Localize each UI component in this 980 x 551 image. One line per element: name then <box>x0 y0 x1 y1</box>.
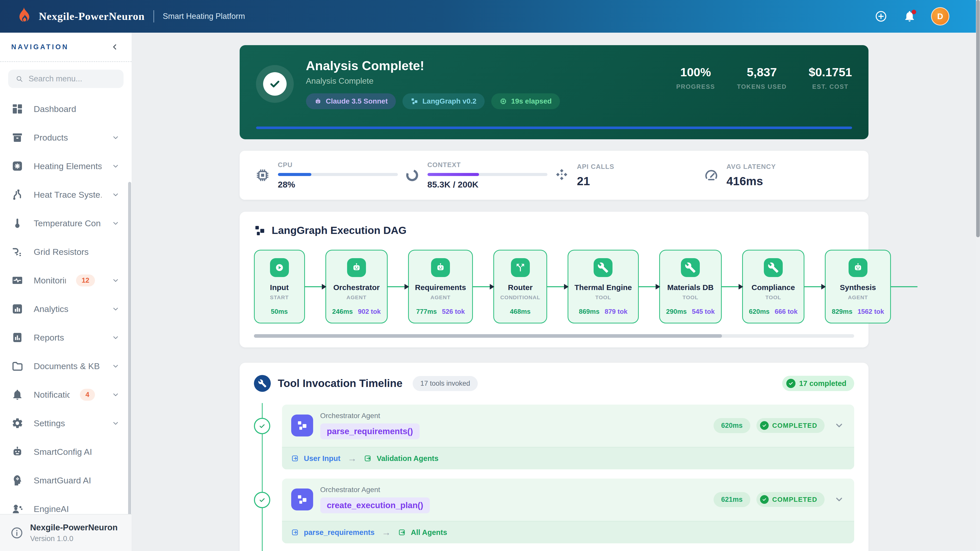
monitoring-icon <box>11 274 24 286</box>
dag-node-materials-db[interactable]: Materials DB TOOL 290ms545 tok <box>659 250 722 324</box>
sidebar-item-notifications[interactable]: Notifications 4 <box>0 380 132 409</box>
sidebar-item-heating-elements[interactable]: Heating Elements <box>0 152 132 180</box>
brand-subtitle: Smart Heating Platform <box>163 12 245 21</box>
sidebar-scrollbar[interactable] <box>128 182 131 514</box>
sidebar-item-heat-trace-systems[interactable]: Heat Trace Syste... <box>0 180 132 209</box>
sidebar-search[interactable] <box>8 70 124 88</box>
chevron-down-icon[interactable] <box>834 421 844 430</box>
chevron-down-icon <box>112 391 119 399</box>
input-box-icon <box>291 454 299 462</box>
avatar[interactable]: D <box>931 7 950 25</box>
sidebar-item-smartguard-ai[interactable]: SmartGuard AI <box>0 466 132 495</box>
gear-icon <box>11 417 24 429</box>
chevron-down-icon <box>112 191 119 198</box>
sidebar-item-reports[interactable]: Reports <box>0 323 132 352</box>
entry-check-icon <box>254 492 270 508</box>
banner-progress-bar <box>256 127 852 129</box>
search-input[interactable] <box>29 74 116 83</box>
dag-arrow <box>547 286 568 287</box>
resistor-icon <box>11 246 24 258</box>
chevron-down-icon[interactable] <box>834 495 844 504</box>
sidebar-item-engineai[interactable]: EngineAI <box>0 495 132 514</box>
cpu-bar <box>278 173 398 176</box>
sidebar-item-products[interactable]: Products <box>0 123 132 152</box>
dag-arrow <box>388 286 408 287</box>
box-icon <box>11 131 24 144</box>
footer-app-name: Nexgile-PowerNeuron <box>30 523 118 532</box>
dag-horizontal-scrollbar[interactable] <box>254 334 854 338</box>
chevron-down-icon <box>112 305 119 313</box>
entry-agent: Orchestrator Agent <box>320 412 420 420</box>
dag-card: LangGraph Execution DAG Input START 50ms <box>240 212 869 348</box>
sidebar-item-documents-kb[interactable]: Documents & KB <box>0 352 132 380</box>
sidebar-item-monitoring[interactable]: Monitoring 12 <box>0 266 132 295</box>
elapsed-badge: 19s elapsed <box>491 94 560 109</box>
robot-icon <box>11 446 24 458</box>
dag-node-requirements[interactable]: Requirements AGENT 777ms526 tok <box>408 250 473 324</box>
dag-arrow <box>639 286 659 287</box>
sidebar-item-grid-resistors[interactable]: Grid Resistors <box>0 238 132 266</box>
chevron-down-icon <box>112 134 119 141</box>
dag-node-synthesis[interactable]: Synthesis AGENT 829ms1562 tok <box>825 250 891 324</box>
sidebar-item-temperature-controllers[interactable]: Temperature Con... <box>0 209 132 238</box>
chevron-left-icon <box>110 43 119 51</box>
timeline-title: Tool Invocation Timeline <box>278 377 403 389</box>
entry-flow: parse_requirements → All Agents <box>282 521 854 543</box>
app-window: Nexgile-PowerNeuron Smart Heating Platfo… <box>0 0 980 551</box>
entry-function: create_execution_plan() <box>320 497 430 513</box>
notification-dot <box>912 10 916 14</box>
framework-badge: LangGraph v0.2 <box>402 94 485 109</box>
robot-icon <box>431 258 450 277</box>
dag-arrow <box>473 286 493 287</box>
check-icon <box>786 379 795 388</box>
sidebar-footer: Nexgile-PowerNeuron Version 1.0.0 <box>0 514 132 551</box>
dag-node-orchestrator[interactable]: Orchestrator AGENT 246ms902 tok <box>325 250 388 324</box>
banner-subtitle: Analysis Complete <box>306 76 560 86</box>
footer-version: Version 1.0.0 <box>30 534 118 543</box>
dag-node-input[interactable]: Input START 50ms <box>254 250 305 324</box>
chevron-down-icon <box>112 419 119 427</box>
fork-icon <box>511 258 530 277</box>
chevron-down-icon <box>112 362 119 370</box>
reports-icon <box>11 331 24 344</box>
entry-agent: Orchestrator Agent <box>320 486 430 494</box>
notifications-button[interactable] <box>902 9 917 24</box>
dag-graph[interactable]: Input START 50ms Orchestrator AGENT 246m… <box>254 250 918 324</box>
entry-card[interactable]: Orchestrator Agent create_execution_plan… <box>282 478 854 543</box>
graph-icon <box>291 414 313 437</box>
robot-icon <box>314 97 322 105</box>
timeline-entry: Orchestrator Agent parse_requirements() … <box>254 405 854 469</box>
sidebar-item-smartconfig-ai[interactable]: SmartConfig AI <box>0 437 132 466</box>
dag-icon <box>254 225 266 237</box>
dag-node-thermal-engine[interactable]: Thermal Engine TOOL 869ms879 tok <box>568 250 639 324</box>
brand-divider <box>153 10 154 22</box>
cpu-metric: CPU 28% <box>255 161 404 189</box>
dag-node-compliance[interactable]: Compliance TOOL 620ms666 tok <box>742 250 805 324</box>
sidebar-item-settings[interactable]: Settings <box>0 409 132 437</box>
add-button[interactable] <box>874 9 888 24</box>
sidebar-item-dashboard[interactable]: Dashboard <box>0 95 132 123</box>
input-box-icon <box>291 528 299 537</box>
dag-node-router[interactable]: Router CONDITIONAL 468ms <box>493 250 547 324</box>
info-icon <box>10 526 24 540</box>
sidebar: NAVIGATION <box>0 33 132 551</box>
sidebar-item-analytics[interactable]: Analytics <box>0 295 132 323</box>
tokens-stat: 5,837 TOKENS USED <box>737 65 787 90</box>
sidebar-title: NAVIGATION <box>11 43 69 51</box>
cost-stat: $0.1751 EST. COST <box>809 65 852 90</box>
success-check-icon <box>256 65 294 103</box>
sidebar-collapse-button[interactable] <box>109 41 121 52</box>
entry-card[interactable]: Orchestrator Agent parse_requirements() … <box>282 405 854 469</box>
dag-title: LangGraph Execution DAG <box>272 224 407 237</box>
page-scrollbar[interactable] <box>976 0 980 551</box>
arrow-right-icon: → <box>348 453 357 464</box>
output-box-icon <box>398 528 406 537</box>
thermometer-icon <box>11 217 24 229</box>
chevron-down-icon <box>112 162 119 170</box>
head-gear-icon <box>11 474 24 486</box>
output-box-icon <box>364 454 372 462</box>
heater-icon <box>11 160 24 172</box>
brand-title: Nexgile-PowerNeuron <box>39 10 145 22</box>
chevron-down-icon <box>112 219 119 227</box>
robot-icon <box>849 258 867 277</box>
